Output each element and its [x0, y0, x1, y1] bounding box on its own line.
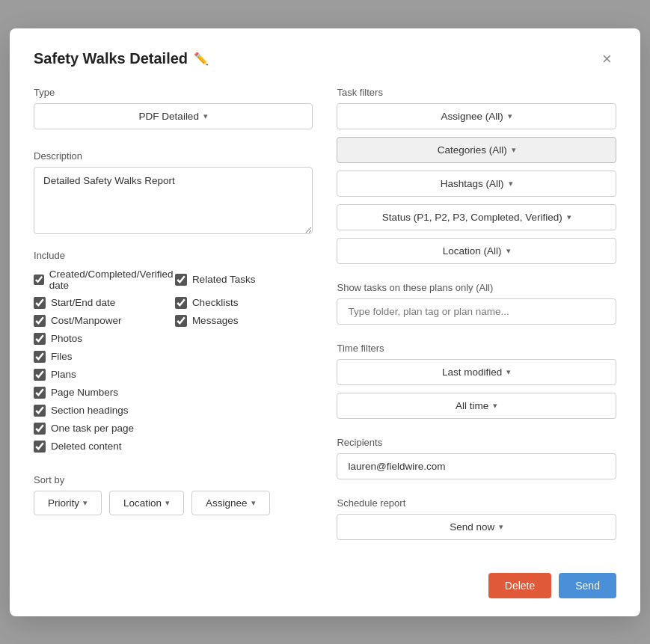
sort-label: Sort by — [34, 474, 313, 485]
checkbox-photos[interactable] — [34, 333, 46, 345]
two-col-layout: Type PDF Detailed ▾ Description Detailed… — [34, 87, 616, 558]
modal-container: Safety Walks Detailed ✏️ × Type PDF Deta… — [10, 28, 640, 616]
checkbox-label: Deleted content — [51, 441, 122, 452]
all-time-btn[interactable]: All time ▾ — [337, 393, 616, 419]
checkbox-related-tasks[interactable] — [175, 274, 187, 286]
checkbox-label: One task per page — [51, 423, 134, 434]
checkbox-cost-manpower[interactable] — [34, 315, 46, 327]
checkbox-label: Page Numbers — [51, 387, 118, 398]
checkbox-label: Cost/Manpower — [51, 315, 122, 326]
list-item: One task per page — [34, 420, 175, 437]
title-text: Safety Walks Detailed — [34, 50, 188, 67]
include-label: Include — [34, 250, 313, 261]
list-item: Deleted content — [34, 438, 175, 455]
edit-icon[interactable]: ✏️ — [194, 52, 209, 66]
list-item: Checklists — [175, 295, 313, 311]
type-caret-icon: ▾ — [203, 111, 208, 121]
checkbox-start-end-date[interactable] — [34, 297, 46, 309]
checkbox-label: Plans — [51, 369, 76, 380]
checkbox-label: Messages — [192, 315, 239, 326]
list-item: Messages — [175, 313, 313, 329]
right-column: Task filters Assignee (All) ▾ Categories… — [337, 87, 616, 558]
list-item: Related Tasks — [175, 266, 313, 293]
assignee-filter-btn[interactable]: Assignee (All) ▾ — [337, 103, 616, 129]
time-filters-label: Time filters — [337, 343, 616, 354]
checkbox-label: Start/End date — [51, 297, 115, 308]
recipients-section: Recipients — [337, 437, 616, 487]
assignee-filter-caret-icon: ▾ — [508, 111, 512, 121]
list-item: Cost/Manpower — [34, 313, 175, 329]
checkbox-label: Section headings — [51, 405, 129, 416]
hashtags-filter-btn[interactable]: Hashtags (All) ▾ — [337, 171, 616, 197]
checkbox-label: Photos — [51, 333, 82, 344]
checkbox-checklists[interactable] — [175, 297, 187, 309]
modal-overlay: Safety Walks Detailed ✏️ × Type PDF Deta… — [0, 0, 650, 644]
type-dropdown[interactable]: PDF Detailed ▾ — [34, 103, 313, 129]
modal-footer: Delete Send — [34, 573, 616, 598]
task-filters-label: Task filters — [337, 87, 616, 98]
schedule-report-section: Schedule report Send now ▾ — [337, 497, 616, 548]
modal-title: Safety Walks Detailed ✏️ — [34, 50, 209, 67]
checkbox-deleted-content[interactable] — [34, 441, 46, 453]
send-button[interactable]: Send — [559, 573, 616, 598]
list-item: Photos — [34, 331, 175, 347]
close-button[interactable]: × — [598, 49, 616, 69]
list-item: Page Numbers — [34, 384, 175, 401]
description-section: Description Detailed Safety Walks Report — [34, 150, 313, 236]
checkbox-messages[interactable] — [175, 315, 187, 327]
priority-sort-btn[interactable]: Priority ▾ — [34, 491, 102, 515]
checkbox-files[interactable] — [34, 351, 46, 363]
send-now-btn[interactable]: Send now ▾ — [337, 514, 616, 540]
type-section: Type PDF Detailed ▾ — [34, 87, 313, 137]
assignee-sort-btn[interactable]: Assignee ▾ — [191, 491, 270, 515]
description-textarea[interactable]: Detailed Safety Walks Report — [34, 167, 313, 234]
location-filter-caret-icon: ▾ — [506, 246, 511, 256]
list-item: Created/Completed/Verified date — [34, 266, 175, 293]
list-item: Plans — [34, 367, 175, 383]
sort-buttons-group: Priority ▾ Location ▾ Assignee ▾ — [34, 491, 313, 515]
list-item: Section headings — [34, 402, 175, 419]
hashtags-filter-caret-icon: ▾ — [509, 179, 513, 188]
priority-caret-icon: ▾ — [83, 498, 88, 508]
list-item: Files — [34, 349, 175, 365]
categories-filter-caret-icon: ▾ — [512, 145, 516, 155]
location-filter-btn[interactable]: Location (All) ▾ — [337, 238, 616, 264]
time-filters-section: Time filters Last modified ▾ All time ▾ — [337, 343, 616, 426]
recipients-input[interactable] — [337, 453, 616, 479]
checkbox-label: Related Tasks — [192, 274, 256, 285]
show-tasks-label: Show tasks on these plans only (All) — [337, 282, 616, 293]
schedule-report-label: Schedule report — [337, 497, 616, 509]
location-caret-icon: ▾ — [165, 498, 170, 508]
left-column: Type PDF Detailed ▾ Description Detailed… — [34, 87, 313, 558]
checkbox-label: Checklists — [192, 297, 239, 308]
list-item: Start/End date — [34, 295, 175, 311]
description-label: Description — [34, 150, 313, 162]
checkbox-page-numbers[interactable] — [34, 387, 46, 399]
checkbox-created-date[interactable] — [34, 274, 44, 286]
send-now-caret-icon: ▾ — [499, 522, 503, 532]
last-modified-btn[interactable]: Last modified ▾ — [337, 359, 616, 385]
status-filter-btn[interactable]: Status (P1, P2, P3, Completed, Verified)… — [337, 204, 616, 230]
include-section: Include Created/Completed/Verified date … — [34, 250, 313, 455]
assignee-caret-icon: ▾ — [251, 498, 256, 508]
sort-section: Sort by Priority ▾ Location ▾ Assignee ▾ — [34, 474, 313, 515]
checkbox-plans[interactable] — [34, 369, 46, 381]
include-grid: Created/Completed/Verified date Related … — [34, 266, 313, 455]
location-sort-btn[interactable]: Location ▾ — [109, 491, 184, 515]
checkbox-label: Created/Completed/Verified date — [49, 269, 175, 291]
checkbox-section-headings[interactable] — [34, 405, 46, 417]
task-filters-section: Task filters Assignee (All) ▾ Categories… — [337, 87, 616, 272]
categories-filter-btn[interactable]: Categories (All) ▾ — [337, 137, 616, 163]
show-tasks-section: Show tasks on these plans only (All) — [337, 282, 616, 332]
status-filter-caret-icon: ▾ — [567, 212, 571, 222]
plan-search-input[interactable] — [337, 298, 616, 325]
last-modified-caret-icon: ▾ — [506, 367, 511, 377]
type-label: Type — [34, 87, 313, 98]
checkbox-one-task-per-page[interactable] — [34, 423, 46, 435]
delete-button[interactable]: Delete — [488, 573, 551, 598]
modal-header: Safety Walks Detailed ✏️ × — [34, 49, 616, 69]
all-time-caret-icon: ▾ — [493, 401, 497, 411]
recipients-label: Recipients — [337, 437, 616, 448]
checkbox-label: Files — [51, 351, 73, 362]
